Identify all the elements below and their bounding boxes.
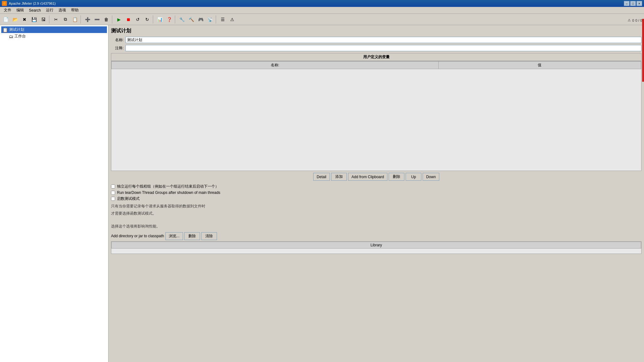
- log-viewer-button[interactable]: ☰: [218, 15, 227, 24]
- variables-table: 名称: 值: [111, 61, 641, 69]
- test-plan-icon: 📋: [3, 27, 8, 32]
- independent-run-label: 独立运行每个线程组（例如在一个组运行结束后启动下一个）: [117, 184, 219, 189]
- teardown-label: Run tearDown Thread Groups after shutdow…: [117, 190, 220, 195]
- counter-display: 0 / 0: [636, 19, 642, 22]
- remove-button[interactable]: ➖: [92, 15, 101, 24]
- func-mode-label: 启数测试模式: [117, 196, 140, 201]
- main-layout: 📋 测试计划 🗂 工作台 测试计划 名称: 注释: 用户定义的变量: [0, 25, 644, 362]
- detail-button[interactable]: Detail: [313, 173, 330, 181]
- menu-options[interactable]: 选项: [56, 7, 69, 14]
- content-panel: 测试计划 名称: 注释: 用户定义的变量 名称: 值: [108, 25, 644, 362]
- independent-run-checkbox[interactable]: [111, 184, 115, 189]
- sidebar: 📋 测试计划 🗂 工作台: [0, 25, 108, 362]
- warning-count: 0: [632, 19, 634, 22]
- paste-button[interactable]: 📋: [70, 15, 79, 24]
- cut-button[interactable]: ✂: [52, 15, 60, 24]
- sidebar-item-workbench[interactable]: 🗂 工作台: [8, 33, 107, 40]
- log-errors-button[interactable]: ⚠: [228, 15, 236, 24]
- down-button[interactable]: Down: [423, 173, 439, 181]
- remote-start-button[interactable]: ↺: [133, 15, 142, 24]
- tool1-button[interactable]: 🔧: [177, 15, 186, 24]
- help-button[interactable]: ❓: [165, 15, 174, 24]
- desc-line-2: 才需要选择函数测试模式。: [111, 211, 641, 217]
- clear-classpath-button[interactable]: 清除: [201, 232, 217, 240]
- variables-button-row: Detail 添加 Add from Clipboard 删除 Up Down: [111, 173, 641, 181]
- classpath-label: Add directory or jar to classpath: [111, 234, 164, 238]
- menu-help[interactable]: 帮助: [69, 7, 81, 14]
- add-from-clipboard-button[interactable]: Add from Clipboard: [348, 173, 387, 181]
- save-button[interactable]: 💾: [30, 15, 38, 24]
- name-input[interactable]: [125, 37, 641, 43]
- comment-row: 注释:: [111, 45, 641, 51]
- library-table: Library: [111, 242, 641, 249]
- library-table-container: Library: [111, 241, 641, 254]
- desc-line-3: 选择这个选项将影响询性能。: [111, 223, 641, 229]
- comment-label: 注释:: [111, 46, 124, 51]
- name-row: 名称:: [111, 37, 641, 43]
- delete-classpath-button[interactable]: 删除: [184, 232, 200, 240]
- tool4-button[interactable]: 📡: [206, 15, 214, 24]
- menu-edit[interactable]: 编辑: [14, 7, 26, 14]
- toolbar-separator-3: [112, 15, 113, 24]
- sidebar-item-label-workbench: 工作台: [14, 34, 26, 39]
- close-button[interactable]: ×: [636, 1, 642, 6]
- tool3-button[interactable]: 🎮: [196, 15, 205, 24]
- sidebar-item-test-plan[interactable]: 📋 测试计划: [1, 26, 107, 33]
- stop-button[interactable]: ⏹: [124, 15, 133, 24]
- window-controls[interactable]: – □ ×: [624, 1, 642, 6]
- copy-button[interactable]: ⧉: [61, 15, 70, 24]
- add-button[interactable]: ➕: [83, 15, 92, 24]
- start-button[interactable]: ▶: [114, 15, 123, 24]
- toolbar-separator-4: [153, 15, 154, 24]
- workbench-icon: 🗂: [9, 34, 13, 39]
- variables-table-container: 名称: 值: [111, 61, 641, 171]
- status-bar: ⚠ 0 0 / 0: [628, 18, 642, 22]
- comment-input[interactable]: [125, 45, 641, 51]
- warning-icon: ⚠: [628, 18, 631, 22]
- toolbar: 📄 📂 ✖ 💾 🖫 ✂ ⧉ 📋 ➕ ➖ 🗑 ▶ ⏹ ↺ ↻ 📊 ❓ 🔧 🔨 🎮 …: [0, 14, 644, 25]
- toolbar-separator-2: [80, 15, 82, 24]
- checkbox-row-independent: 独立运行每个线程组（例如在一个组运行结束后启动下一个）: [111, 184, 641, 189]
- checkboxes-section: 独立运行每个线程组（例如在一个组运行结束后启动下一个） Run tearDown…: [111, 184, 641, 201]
- variables-section-title: 用户定义的变量: [111, 53, 641, 61]
- add-var-button[interactable]: 添加: [331, 173, 347, 181]
- up-button[interactable]: Up: [406, 173, 421, 181]
- window-title: Apache JMeter (2.9 r1437961): [9, 2, 624, 5]
- toolbar-separator-6: [216, 15, 217, 24]
- library-col-header: Library: [112, 242, 641, 248]
- menu-search[interactable]: Search: [26, 8, 43, 13]
- close-button-tb[interactable]: ✖: [20, 15, 29, 24]
- title-bar: 🔶 Apache JMeter (2.9 r1437961) – □ ×: [0, 0, 644, 7]
- checkbox-row-funcmode: 启数测试模式: [111, 196, 641, 201]
- delete-var-button[interactable]: 删除: [389, 173, 404, 181]
- description-section: 只有当你需要记录每个请求从服务器取得的数据到文件时 才需要选择函数测试模式。 选…: [111, 203, 641, 230]
- app-icon: 🔶: [2, 1, 7, 6]
- col-header-name: 名称:: [112, 62, 439, 69]
- browse-button[interactable]: 浏览...: [165, 232, 183, 240]
- menu-run[interactable]: 运行: [43, 7, 56, 14]
- teardown-checkbox[interactable]: [111, 191, 115, 195]
- desc-line-1: 只有当你需要记录每个请求从服务器取得的数据到文件时: [111, 203, 641, 209]
- open-button[interactable]: 📂: [11, 15, 19, 24]
- name-label: 名称:: [111, 37, 124, 43]
- tool2-button[interactable]: 🔨: [187, 15, 196, 24]
- save-as-button[interactable]: 🖫: [39, 15, 48, 24]
- maximize-button[interactable]: □: [630, 1, 636, 6]
- remote-stop-button[interactable]: ↻: [143, 15, 152, 24]
- sidebar-item-label-test-plan: 测试计划: [9, 27, 24, 32]
- checkbox-row-teardown: Run tearDown Thread Groups after shutdow…: [111, 190, 641, 195]
- clear-button-tb[interactable]: 🗑: [102, 15, 111, 24]
- toolbar-separator-1: [49, 15, 50, 24]
- template-button[interactable]: 📊: [155, 15, 164, 24]
- right-strip: [642, 19, 644, 82]
- new-button[interactable]: 📄: [1, 15, 10, 24]
- minimize-button[interactable]: –: [624, 1, 630, 6]
- menu-bar: 文件 编辑 Search 运行 选项 帮助: [0, 7, 644, 14]
- toolbar-separator-5: [175, 15, 176, 24]
- panel-title: 测试计划: [111, 28, 641, 34]
- classpath-row: Add directory or jar to classpath 浏览... …: [111, 232, 641, 240]
- col-header-value: 值: [438, 62, 641, 69]
- func-mode-checkbox[interactable]: [111, 197, 115, 201]
- menu-file[interactable]: 文件: [1, 7, 14, 14]
